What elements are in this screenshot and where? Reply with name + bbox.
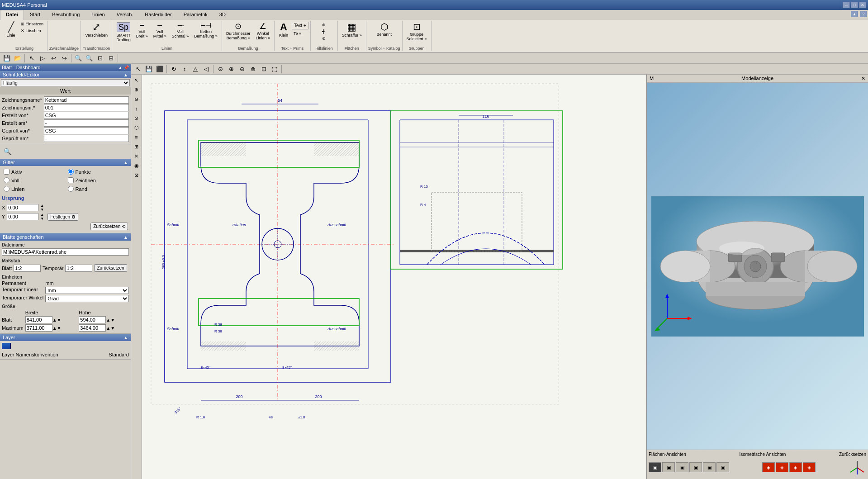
- klein-button[interactable]: A Klein: [276, 21, 291, 39]
- festlegen-button[interactable]: Festlegen ⚙: [47, 213, 78, 221]
- close-button[interactable]: ✕: [859, 2, 866, 8]
- voll-breit-button[interactable]: ━ VollBreit »: [134, 21, 150, 40]
- x-spinner[interactable]: ▲▼: [40, 204, 44, 212]
- vert-btn-2[interactable]: ⊕: [132, 85, 141, 94]
- temp-linear-select[interactable]: mm: [45, 287, 129, 294]
- blatt-hoehe-spinner[interactable]: ▲▼: [106, 318, 115, 322]
- tab-datei[interactable]: Datei: [0, 10, 24, 20]
- rotate-btn[interactable]: ↻: [169, 64, 179, 74]
- vert-btn-1[interactable]: ↖: [132, 76, 141, 85]
- undo-button[interactable]: ↩: [48, 53, 58, 63]
- verschieben-button[interactable]: ⤢ Verschieben: [83, 21, 110, 39]
- save-btn3[interactable]: ⬛: [155, 64, 165, 74]
- ketten-button[interactable]: ⊢⊣ KettenBemaßung »: [192, 21, 220, 40]
- blatt-scale-input[interactable]: [14, 265, 41, 272]
- zoom-select-button[interactable]: ⊞: [106, 53, 116, 63]
- max-hoehe-input[interactable]: [79, 324, 106, 332]
- linien-radio[interactable]: [4, 186, 9, 192]
- zoom-minus-btn[interactable]: ⊖: [237, 64, 247, 74]
- benannt-button[interactable]: ⬡ Benannt: [374, 21, 394, 38]
- right-view-button[interactable]: ▣: [662, 462, 675, 472]
- gitter-collapse[interactable]: ▲: [123, 160, 128, 165]
- redo-button[interactable]: ↪: [59, 53, 69, 63]
- linie-button[interactable]: ╱ Linie: [4, 21, 18, 39]
- max-hoehe-spinner[interactable]: ▲▼: [106, 326, 115, 331]
- select-button[interactable]: ▷: [38, 53, 47, 63]
- blatt-breite-input[interactable]: [25, 316, 52, 323]
- massstab-zuruecksetzen-button[interactable]: Zurücksetzen: [94, 264, 127, 272]
- vert-btn-7[interactable]: ≡: [132, 133, 141, 142]
- geprueft-von-input[interactable]: [44, 127, 129, 134]
- tab-linien[interactable]: Linien: [85, 10, 110, 20]
- max-breite-input[interactable]: [25, 324, 52, 332]
- vert-btn-8[interactable]: ⊞: [132, 142, 141, 151]
- blatt-hoehe-input[interactable]: [79, 316, 106, 323]
- geprueft-am-input[interactable]: [44, 135, 129, 142]
- x-input[interactable]: [7, 204, 38, 211]
- schriftfeld-dropdown[interactable]: Häufig Alle: [1, 79, 130, 86]
- aktiv-checkbox[interactable]: [4, 169, 9, 175]
- voll-mitte-button[interactable]: ─ VollMittel »: [151, 21, 169, 40]
- rand-radio[interactable]: [68, 186, 74, 192]
- max-breite-spinner[interactable]: ▲▼: [52, 326, 62, 331]
- zoom-in-button[interactable]: 🔍: [73, 53, 83, 63]
- window-controls[interactable]: ─ □ ✕: [843, 2, 866, 8]
- tab-3d[interactable]: 3D: [213, 10, 232, 20]
- temporaer-scale-input[interactable]: [65, 265, 92, 272]
- y-spinner[interactable]: ▲▼: [40, 213, 44, 221]
- panel-pin-button[interactable]: 📌: [123, 65, 129, 70]
- hilfs-btn1[interactable]: ⊕: [320, 22, 327, 28]
- durchmesser-button[interactable]: ⊙ DurchmesserBemaßung »: [224, 21, 253, 42]
- vert-btn-4[interactable]: ↕: [132, 104, 141, 113]
- y-input[interactable]: [7, 213, 38, 220]
- vert-btn-6[interactable]: ⬡: [132, 123, 141, 132]
- zeichnungsnr-input[interactable]: [44, 104, 129, 111]
- bottom-view-button[interactable]: ▣: [703, 462, 716, 472]
- tab-rasterbilder[interactable]: Rasterbilder: [139, 10, 177, 20]
- save-btn2[interactable]: 💾: [144, 64, 154, 74]
- hilfs-btn2[interactable]: ╋: [320, 28, 327, 35]
- blatt-breite-spinner[interactable]: ▲▼: [52, 318, 62, 322]
- tab-versch[interactable]: Versch.: [111, 10, 139, 20]
- voll-radio[interactable]: [4, 177, 9, 183]
- schraffur-button[interactable]: ▦ Schraffur »: [340, 21, 364, 39]
- front-view-button[interactable]: ▣: [649, 462, 661, 472]
- zeichnungsname-input[interactable]: [44, 96, 129, 104]
- winkel-button[interactable]: ∠ WinkelLinien »: [253, 21, 272, 42]
- zoom-percent-btn[interactable]: ⊚: [248, 64, 258, 74]
- tab-parametrik[interactable]: Parametrik: [178, 10, 213, 20]
- temp-winkel-select[interactable]: Grad: [45, 295, 129, 302]
- vert-btn-9[interactable]: ✕: [132, 152, 141, 161]
- vert-btn-11[interactable]: ⊠: [132, 171, 141, 180]
- smart-drafting-button[interactable]: Sp SMARTDrafting: [114, 21, 133, 43]
- top-view-button[interactable]: ▣: [676, 462, 688, 472]
- tab-start[interactable]: Start: [24, 10, 46, 20]
- minimize-button[interactable]: ─: [843, 2, 850, 8]
- panel-collapse-button[interactable]: ▲: [118, 65, 123, 70]
- cursor-button[interactable]: ↖: [27, 53, 37, 63]
- restore-button[interactable]: □: [851, 2, 858, 8]
- vert-btn-10[interactable]: ◉: [132, 161, 141, 170]
- gruppe-button[interactable]: ⊡ GruppeSelektiert »: [404, 21, 429, 43]
- model-3d-view[interactable]: [647, 83, 868, 450]
- open-button[interactable]: 📂: [13, 53, 23, 63]
- triangle-btn[interactable]: △: [190, 64, 200, 74]
- model-close-button[interactable]: ✕: [861, 76, 865, 81]
- ursprung-zuruecksetzen-button[interactable]: Zurücksetzen ⟲: [90, 223, 128, 230]
- dateiname-input[interactable]: [2, 248, 129, 256]
- nav-btn1[interactable]: ◁: [201, 64, 211, 74]
- ribbon-help-button[interactable]: ?: [860, 11, 867, 17]
- zoom-circle-btn[interactable]: ⊙: [215, 64, 225, 74]
- mirror-btn[interactable]: ↕: [180, 64, 190, 74]
- left-view-button[interactable]: ▣: [689, 462, 702, 472]
- blatt-collapse[interactable]: ▲: [123, 235, 128, 240]
- iso1-button[interactable]: ◈: [762, 462, 775, 472]
- erstellt-von-input[interactable]: [44, 112, 129, 119]
- ribbon-minimize-button[interactable]: ▲: [851, 11, 858, 17]
- select-mode-button[interactable]: ↖: [133, 64, 143, 74]
- layer-collapse[interactable]: ▲: [123, 335, 128, 340]
- erstellt-am-input[interactable]: [44, 119, 129, 127]
- search-button[interactable]: 🔍: [2, 146, 13, 157]
- einsetzen-button[interactable]: ⊞ Einsetzen: [19, 21, 45, 27]
- te-button[interactable]: Te »: [292, 30, 308, 37]
